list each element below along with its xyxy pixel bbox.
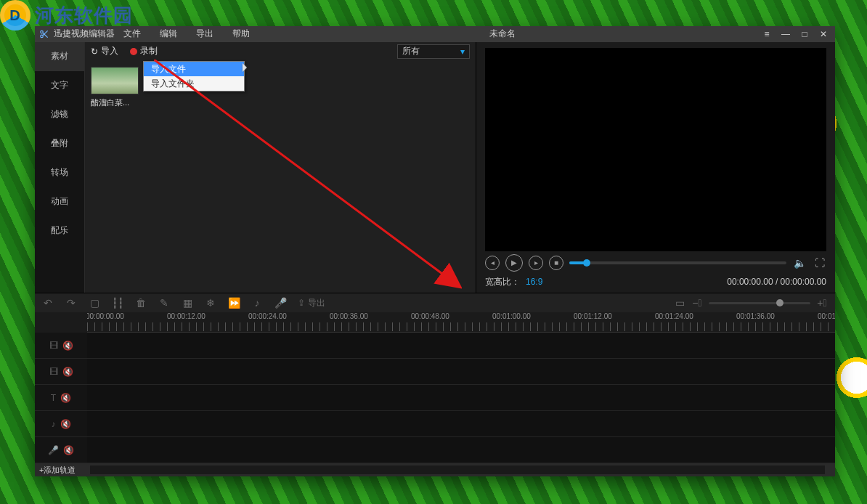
- mute-icon: 🔇: [60, 393, 71, 403]
- ruler-label: 00:00:12.00: [167, 312, 205, 320]
- horizontal-scrollbar[interactable]: [81, 466, 834, 474]
- ruler-label: 00:01:00.00: [492, 312, 531, 320]
- tab-material[interactable]: 素材: [35, 42, 84, 71]
- freeze-icon[interactable]: ❄: [205, 297, 216, 309]
- prev-frame-button[interactable]: ◂: [485, 256, 500, 270]
- track-video-1[interactable]: 🎞🔇: [35, 333, 87, 359]
- menu-bar: 文件 编辑 导出 帮助: [123, 28, 250, 40]
- tab-music[interactable]: 配乐: [35, 216, 84, 245]
- ruler-label: 00:01:12.00: [574, 312, 612, 320]
- media-panel: ↻ 导入 录制 所有 ▾ 导入文件 导入文件夹 醋溜白菜: [84, 42, 476, 293]
- track-voice[interactable]: 🎤🔇: [35, 437, 87, 463]
- side-tabs: 素材 文字 滤镜 叠附 转场 动画 配乐: [35, 42, 84, 293]
- timeline-export-label: 导出: [308, 297, 325, 309]
- film-icon: 🎞: [49, 341, 58, 351]
- share-icon: ⇪: [298, 298, 305, 308]
- ruler-label: 00:01:24.00: [655, 312, 693, 320]
- zoom-knob[interactable]: [776, 299, 783, 306]
- timeline-toolbar: ↶ ↷ ▢ ┇┇ 🗑 ✎ ▦ ❄ ⏩ ♪ 🎤 ⇪ 导出 ▭ −⃝ +⃝: [35, 293, 835, 313]
- edit-icon[interactable]: ✎: [158, 297, 170, 309]
- zoom-out-icon[interactable]: −⃝: [691, 297, 703, 309]
- window-minimize-button[interactable]: —: [780, 29, 791, 39]
- track-headers: 🎞🔇 🎞🔇 T🔇 ♪🔇 🎤🔇: [35, 333, 87, 463]
- delete-icon[interactable]: 🗑: [135, 297, 147, 309]
- mute-icon: 🔇: [60, 419, 71, 429]
- import-button[interactable]: ↻ 导入: [91, 45, 118, 57]
- ruler-label: 00:00:24.00: [248, 312, 287, 320]
- import-label: 导入: [101, 45, 118, 57]
- media-filter-dropdown[interactable]: 所有 ▾: [397, 44, 470, 59]
- stop-button[interactable]: ■: [549, 256, 563, 270]
- preview-timecode: 00:00:00.00 / 00:00:00.00: [727, 277, 826, 287]
- preview-viewport: [485, 48, 826, 251]
- volume-icon[interactable]: 🔈: [792, 257, 807, 269]
- tab-text[interactable]: 文字: [35, 71, 84, 100]
- clip-name: 醋溜白菜...: [91, 97, 139, 108]
- import-folder-item[interactable]: 导入文件夹: [144, 76, 244, 91]
- aspect-label: 宽高比：: [485, 276, 520, 288]
- app-window: 迅捷视频编辑器 文件 编辑 导出 帮助 未命名 ≡ — □ ✕ 素材 文字 滤镜…: [35, 26, 835, 476]
- watermark-text: 河东软件园: [35, 3, 133, 28]
- track-lanes[interactable]: [87, 333, 835, 463]
- record-dot-icon: [130, 48, 137, 55]
- watermark-globe-icon: D: [0, 0, 30, 31]
- film-icon: 🎞: [49, 367, 58, 377]
- titlebar: 迅捷视频编辑器 文件 编辑 导出 帮助 未命名 ≡ — □ ✕: [35, 26, 835, 42]
- preview-progress[interactable]: [569, 261, 786, 264]
- add-track-button[interactable]: +添加轨道: [35, 465, 80, 476]
- media-clip[interactable]: 醋溜白菜...: [91, 67, 139, 108]
- ruler-label: 00:00:00.00: [87, 312, 124, 320]
- redo-icon[interactable]: ↷: [65, 297, 77, 309]
- timeline-ruler[interactable]: 00:00:00.0000:00:12.0000:00:24.0000:00:3…: [87, 312, 835, 333]
- undo-icon[interactable]: ↶: [42, 297, 54, 309]
- ruler-label: 00:00:48.00: [411, 312, 449, 320]
- progress-knob[interactable]: [583, 259, 590, 267]
- tab-transition[interactable]: 转场: [35, 158, 84, 187]
- window-menu-button[interactable]: ≡: [761, 29, 773, 39]
- menu-edit[interactable]: 编辑: [160, 28, 177, 40]
- play-button[interactable]: ▶: [505, 254, 523, 272]
- preview-column: ◂ ▶ ▸ ■ 🔈 ⛶ 宽高比： 16:9 00:00:00.00 / 00:0…: [476, 42, 835, 293]
- speed-icon[interactable]: ⏩: [228, 297, 240, 309]
- window-maximize-button[interactable]: □: [799, 29, 810, 39]
- ruler-label: 00:01:: [818, 312, 835, 320]
- audio-icon[interactable]: ♪: [251, 297, 263, 309]
- track-text[interactable]: T🔇: [35, 385, 87, 411]
- import-file-item[interactable]: 导入文件: [144, 62, 244, 76]
- aspect-value: 16:9: [526, 277, 542, 287]
- music-icon: ♪: [52, 419, 56, 429]
- timeline-export-button[interactable]: ⇪ 导出: [298, 297, 325, 309]
- document-title: 未命名: [250, 28, 755, 40]
- caret-down-icon: ▾: [460, 46, 465, 57]
- tab-filter[interactable]: 滤镜: [35, 100, 84, 129]
- fullscreen-icon[interactable]: ⛶: [813, 257, 826, 269]
- window-close-button[interactable]: ✕: [818, 29, 829, 39]
- mic-track-icon: 🎤: [48, 445, 59, 455]
- zoom-in-icon[interactable]: +⃝: [816, 297, 828, 309]
- fit-icon[interactable]: ▭: [674, 297, 685, 309]
- track-video-2[interactable]: 🎞🔇: [35, 359, 87, 385]
- svg-point-0: [41, 31, 44, 33]
- site-watermark: D 河东软件园: [0, 0, 133, 31]
- mosaic-icon[interactable]: ▦: [182, 297, 193, 309]
- zoom-slider[interactable]: [709, 302, 810, 304]
- tab-overlay[interactable]: 叠附: [35, 129, 84, 158]
- record-button[interactable]: 录制: [130, 45, 158, 57]
- mic-icon[interactable]: 🎤: [274, 297, 286, 309]
- track-audio[interactable]: ♪🔇: [35, 411, 87, 437]
- split-icon[interactable]: ┇┇: [112, 297, 123, 309]
- mute-icon: 🔇: [62, 341, 73, 351]
- crop-icon[interactable]: ▢: [89, 297, 100, 309]
- tab-animation[interactable]: 动画: [35, 187, 84, 216]
- ruler-label: 00:01:36.00: [736, 312, 775, 320]
- next-frame-button[interactable]: ▸: [529, 256, 543, 270]
- menu-help[interactable]: 帮助: [232, 28, 250, 40]
- text-icon: T: [51, 393, 56, 403]
- record-label: 录制: [140, 45, 158, 57]
- svg-point-1: [41, 35, 44, 38]
- import-refresh-icon: ↻: [91, 46, 98, 57]
- mute-icon: 🔇: [63, 445, 74, 455]
- menu-export[interactable]: 导出: [196, 28, 213, 40]
- media-filter-value: 所有: [402, 45, 420, 57]
- mute-icon: 🔇: [62, 367, 73, 377]
